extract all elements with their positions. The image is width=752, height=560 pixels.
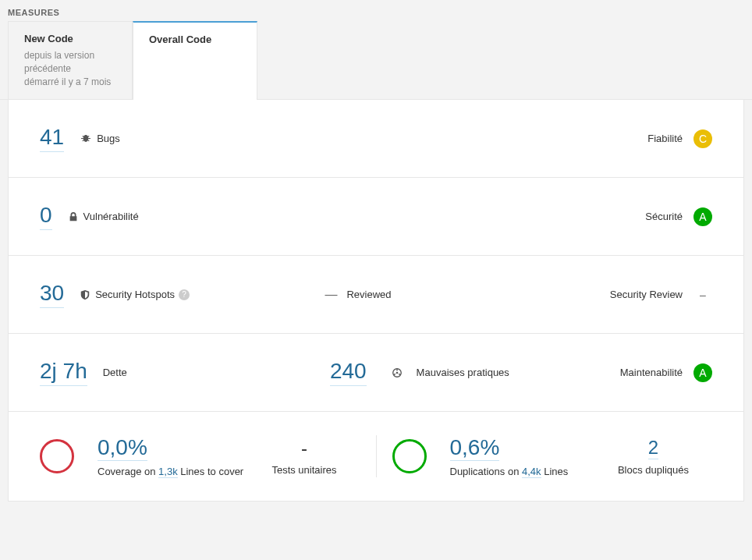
lines-to-cover-link[interactable]: 1,3k <box>158 466 178 478</box>
duplications-section: 0,6% Duplications on 4,4k Lines 2 Blocs … <box>392 435 713 477</box>
hotspots-row: 30 Security Hotspots ? — Reviewed Securi… <box>9 256 743 334</box>
tab-overall-code[interactable]: Overall Code <box>133 21 257 100</box>
bug-icon <box>80 133 92 145</box>
duplications-sub: Duplications on 4,4k Lines <box>450 466 569 477</box>
bugs-row: 41 Bugs Fiabilité C <box>9 100 743 178</box>
lines-link[interactable]: 4,4k <box>522 466 541 478</box>
hotspots-label: Security Hotspots <box>95 289 175 300</box>
tab-new-code-sub1: depuis la version précédente <box>24 49 116 76</box>
duplications-circle-icon <box>392 439 427 473</box>
maintainability-label: Maintenabilité <box>620 367 683 378</box>
tab-new-code-title: New Code <box>24 33 116 44</box>
coverage-sub: Coverage on 1,3k Lines to cover <box>98 466 243 477</box>
coverage-pct[interactable]: 0,0% <box>98 435 147 461</box>
bugs-count[interactable]: 41 <box>40 125 64 152</box>
debt-value[interactable]: 2j 7h <box>40 359 87 386</box>
bugs-label: Bugs <box>97 133 120 144</box>
vulnerabilities-row: 0 Vulnérabilité Sécurité A <box>9 178 743 256</box>
security-rating: A <box>693 207 712 226</box>
maintainability-row: 2j 7h Dette 240 Mauvaises pratiques Main… <box>9 334 743 412</box>
vulnerabilities-label: Vulnérabilité <box>83 211 139 222</box>
hotspots-count[interactable]: 30 <box>40 281 64 308</box>
reliability-label: Fiabilité <box>647 133 683 144</box>
overall-panel: 41 Bugs Fiabilité C 0 Vulnérabilité Sécu… <box>8 100 744 502</box>
bottom-row: 0,0% Coverage on 1,3k Lines to cover - T… <box>9 412 743 501</box>
code-smells-count[interactable]: 240 <box>330 359 367 386</box>
reviewed-label: Reviewed <box>346 289 391 300</box>
maintainability-rating: A <box>693 363 712 382</box>
tab-overall-title: Overall Code <box>149 34 241 45</box>
security-review-rating: – <box>693 285 712 304</box>
reviewed-dash: — <box>325 288 337 302</box>
coverage-section: 0,0% Coverage on 1,3k Lines to cover - T… <box>40 435 360 477</box>
svg-point-1 <box>396 372 398 374</box>
duplications-pct[interactable]: 0,6% <box>450 435 500 461</box>
tab-new-code-sub2: démarré il y a 7 mois <box>24 76 116 89</box>
code-smells-label: Mauvaises pratiques <box>417 367 509 378</box>
measures-header: MEASURES <box>0 0 752 21</box>
vulnerabilities-count[interactable]: 0 <box>40 203 52 230</box>
tab-new-code[interactable]: New Code depuis la version précédente dé… <box>8 21 133 99</box>
shield-icon <box>80 289 90 300</box>
coverage-circle-icon <box>40 439 74 473</box>
security-review-label: Security Review <box>610 289 683 300</box>
duplicated-blocks-value[interactable]: 2 <box>648 437 658 459</box>
security-label: Sécurité <box>645 211 683 222</box>
debt-label: Dette <box>103 367 127 378</box>
tabs: New Code depuis la version précédente dé… <box>0 21 752 100</box>
reliability-rating: C <box>693 129 712 148</box>
code-smell-icon <box>392 367 403 378</box>
unit-tests-label: Tests unitaires <box>271 464 336 476</box>
help-icon[interactable]: ? <box>179 289 190 300</box>
unit-tests-value: - <box>271 438 336 459</box>
duplicated-blocks-label: Blocs dupliqués <box>618 464 689 476</box>
lock-icon <box>68 211 79 222</box>
